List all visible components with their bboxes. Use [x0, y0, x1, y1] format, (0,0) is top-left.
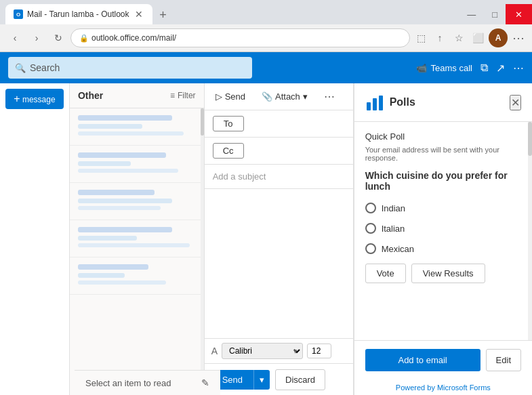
active-tab[interactable]: O Mail - Tarun lamba - Outlook ✕ [5, 4, 152, 24]
to-field: To [205, 110, 353, 138]
search-box[interactable]: 🔍 Search [8, 57, 252, 79]
option-indian-label: Indian [382, 203, 405, 213]
more-options-icon[interactable]: ⋯ [513, 62, 524, 75]
list-item[interactable] [70, 108, 204, 146]
list-item[interactable] [70, 220, 204, 257]
more-compose-btn[interactable]: ⋯ [320, 87, 339, 106]
tab-close-btn[interactable]: ✕ [134, 9, 144, 20]
mail-list: Other ≡ Filter [70, 83, 205, 395]
send-icon: ▷ [216, 91, 222, 102]
list-item[interactable] [70, 146, 204, 183]
attach-dropdown-icon: ▾ [303, 91, 308, 102]
profile-btn[interactable]: A [489, 28, 508, 47]
menu-btn[interactable]: ⋯ [510, 30, 527, 46]
attach-toolbar-btn[interactable]: 📎 Attach ▾ [258, 89, 312, 104]
open-in-new-icon[interactable]: ⧉ [480, 62, 488, 74]
nav-forward-btn[interactable]: › [27, 28, 46, 47]
address-bar[interactable]: 🔒 outlook.office.com/mail/ [70, 28, 410, 47]
new-message-btn[interactable]: + message [5, 89, 64, 109]
share-icon[interactable]: ↑ [432, 30, 448, 46]
polls-chart-icon [365, 93, 384, 112]
format-icon: A [211, 346, 218, 356]
address-text: outlook.office.com/mail/ [91, 33, 176, 43]
feedback-icon[interactable]: ↗ [496, 62, 505, 75]
polls-close-btn[interactable]: ✕ [510, 95, 521, 110]
split-screen-icon[interactable]: ⬜ [470, 30, 486, 46]
favorites-icon[interactable]: ☆ [451, 30, 467, 46]
edit-btn[interactable]: Edit [486, 349, 521, 371]
window-maximize-btn[interactable]: □ [484, 9, 506, 20]
mail-list-title: Other [78, 90, 103, 101]
radio-mexican[interactable] [365, 243, 376, 254]
font-size-input[interactable] [307, 344, 331, 358]
powered-by-label: Powered by Microsoft Forms [354, 379, 532, 395]
radio-italian[interactable] [365, 223, 376, 234]
compose-area: ▷ Send 📎 Attach ▾ ⋯ To Cc Add a sub [205, 83, 354, 395]
nav-back-btn[interactable]: ‹ [5, 28, 24, 47]
send-toolbar-btn[interactable]: ▷ Send [211, 89, 249, 104]
window-minimize-btn[interactable]: — [459, 9, 484, 20]
to-btn[interactable]: To [213, 116, 244, 131]
teams-call-btn[interactable]: 📹 Teams call [416, 63, 472, 73]
tab-favicon: O [14, 9, 23, 19]
polls-title: Polls [390, 96, 415, 108]
subject-placeholder: Add a subject [213, 171, 266, 182]
compose-body[interactable] [205, 189, 353, 338]
svg-rect-0 [367, 102, 371, 110]
list-item[interactable] [70, 183, 204, 220]
edit-pane-icon[interactable]: ✎ [201, 377, 209, 388]
nav-refresh-btn[interactable]: ↻ [49, 28, 68, 47]
view-results-btn[interactable]: View Results [411, 264, 485, 283]
svg-rect-1 [373, 98, 377, 110]
teams-call-icon: 📹 [416, 63, 427, 73]
font-family-select[interactable]: Calibri [222, 343, 303, 359]
discard-btn[interactable]: Discard [275, 369, 325, 390]
more-compose-icon: ⋯ [324, 90, 335, 103]
attach-icon: 📎 [262, 91, 272, 102]
select-item-label: Select an item to read [85, 378, 171, 388]
option-mexican-label: Mexican [382, 244, 414, 254]
cc-field: Cc [205, 138, 353, 165]
search-placeholder: Search [30, 62, 60, 73]
teams-call-label: Teams call [431, 63, 472, 73]
vote-btn[interactable]: Vote [365, 264, 406, 283]
poll-option-2[interactable]: Mexican [365, 243, 521, 254]
poll-question: Which cuisine do you prefer for lunch [365, 170, 521, 192]
radio-indian[interactable] [365, 203, 376, 213]
cast-icon[interactable]: ⬚ [413, 30, 429, 46]
poll-option-0[interactable]: Indian [365, 203, 521, 213]
filter-icon: ≡ [170, 91, 175, 100]
window-close-btn[interactable]: ✕ [506, 4, 532, 24]
polls-panel: Polls ✕ Quick Poll Your email address wi… [354, 83, 532, 395]
new-tab-btn[interactable]: + [152, 5, 174, 24]
search-icon: 🔍 [15, 63, 26, 73]
svg-rect-2 [379, 96, 383, 110]
poll-option-1[interactable]: Italian [365, 223, 521, 234]
send-dropdown-btn[interactable]: ▾ [253, 370, 270, 390]
poll-type-label: Quick Poll [365, 131, 521, 142]
tab-title: Mail - Tarun lamba - Outlook [27, 9, 129, 19]
font-dropdown-icon: ▾ [293, 347, 298, 356]
option-italian-label: Italian [382, 224, 405, 234]
sidebar: + message [0, 83, 70, 395]
filter-label: Filter [178, 91, 196, 100]
cc-btn[interactable]: Cc [213, 143, 244, 159]
poll-notice: Your email address will be sent with you… [365, 146, 521, 162]
list-item[interactable] [70, 257, 204, 295]
add-to-email-btn[interactable]: Add to email [365, 349, 480, 371]
subject-field[interactable]: Add a subject [205, 165, 353, 189]
filter-btn[interactable]: ≡ Filter [170, 91, 196, 100]
